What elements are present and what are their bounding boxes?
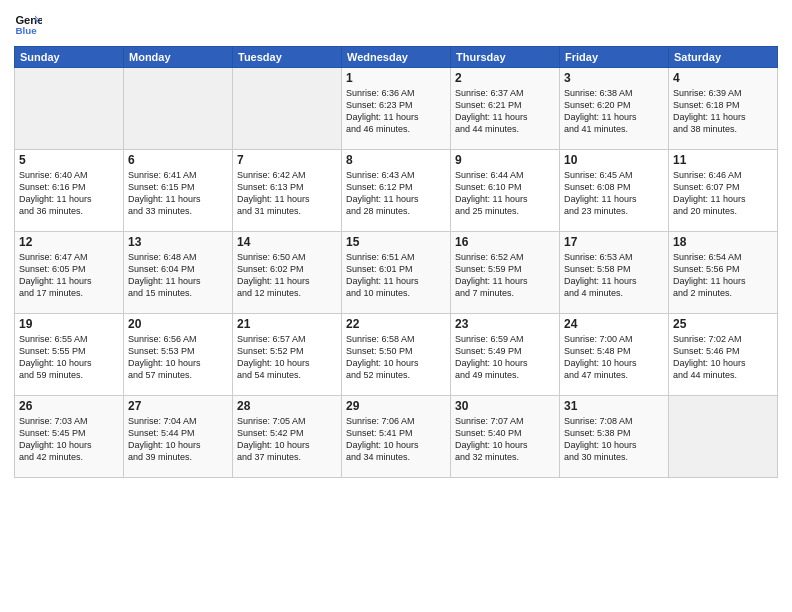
calendar-cell: 2Sunrise: 6:37 AM Sunset: 6:21 PM Daylig… (451, 68, 560, 150)
calendar-cell: 6Sunrise: 6:41 AM Sunset: 6:15 PM Daylig… (124, 150, 233, 232)
day-number: 31 (564, 399, 664, 413)
cell-info: Sunrise: 6:38 AM Sunset: 6:20 PM Dayligh… (564, 87, 664, 136)
day-number: 22 (346, 317, 446, 331)
day-number: 2 (455, 71, 555, 85)
cell-info: Sunrise: 7:05 AM Sunset: 5:42 PM Dayligh… (237, 415, 337, 464)
cell-info: Sunrise: 6:45 AM Sunset: 6:08 PM Dayligh… (564, 169, 664, 218)
day-number: 1 (346, 71, 446, 85)
cell-info: Sunrise: 6:46 AM Sunset: 6:07 PM Dayligh… (673, 169, 773, 218)
calendar-cell: 10Sunrise: 6:45 AM Sunset: 6:08 PM Dayli… (560, 150, 669, 232)
header-day-saturday: Saturday (669, 47, 778, 68)
calendar-cell: 5Sunrise: 6:40 AM Sunset: 6:16 PM Daylig… (15, 150, 124, 232)
calendar-cell: 17Sunrise: 6:53 AM Sunset: 5:58 PM Dayli… (560, 232, 669, 314)
cell-info: Sunrise: 6:53 AM Sunset: 5:58 PM Dayligh… (564, 251, 664, 300)
day-number: 18 (673, 235, 773, 249)
header-row: SundayMondayTuesdayWednesdayThursdayFrid… (15, 47, 778, 68)
cell-info: Sunrise: 6:48 AM Sunset: 6:04 PM Dayligh… (128, 251, 228, 300)
day-number: 11 (673, 153, 773, 167)
cell-info: Sunrise: 6:59 AM Sunset: 5:49 PM Dayligh… (455, 333, 555, 382)
cell-info: Sunrise: 6:47 AM Sunset: 6:05 PM Dayligh… (19, 251, 119, 300)
cell-info: Sunrise: 7:08 AM Sunset: 5:38 PM Dayligh… (564, 415, 664, 464)
day-number: 20 (128, 317, 228, 331)
cell-info: Sunrise: 6:36 AM Sunset: 6:23 PM Dayligh… (346, 87, 446, 136)
day-number: 23 (455, 317, 555, 331)
calendar-header: SundayMondayTuesdayWednesdayThursdayFrid… (15, 47, 778, 68)
svg-text:Blue: Blue (15, 25, 37, 36)
day-number: 8 (346, 153, 446, 167)
calendar-cell: 21Sunrise: 6:57 AM Sunset: 5:52 PM Dayli… (233, 314, 342, 396)
cell-info: Sunrise: 6:55 AM Sunset: 5:55 PM Dayligh… (19, 333, 119, 382)
cell-info: Sunrise: 7:07 AM Sunset: 5:40 PM Dayligh… (455, 415, 555, 464)
cell-info: Sunrise: 7:03 AM Sunset: 5:45 PM Dayligh… (19, 415, 119, 464)
header-day-wednesday: Wednesday (342, 47, 451, 68)
cell-info: Sunrise: 6:43 AM Sunset: 6:12 PM Dayligh… (346, 169, 446, 218)
calendar-cell: 23Sunrise: 6:59 AM Sunset: 5:49 PM Dayli… (451, 314, 560, 396)
calendar-cell (124, 68, 233, 150)
calendar-cell: 25Sunrise: 7:02 AM Sunset: 5:46 PM Dayli… (669, 314, 778, 396)
day-number: 21 (237, 317, 337, 331)
calendar-cell: 16Sunrise: 6:52 AM Sunset: 5:59 PM Dayli… (451, 232, 560, 314)
calendar-body: 1Sunrise: 6:36 AM Sunset: 6:23 PM Daylig… (15, 68, 778, 478)
cell-info: Sunrise: 6:42 AM Sunset: 6:13 PM Dayligh… (237, 169, 337, 218)
calendar-cell: 13Sunrise: 6:48 AM Sunset: 6:04 PM Dayli… (124, 232, 233, 314)
calendar-cell: 1Sunrise: 6:36 AM Sunset: 6:23 PM Daylig… (342, 68, 451, 150)
cell-info: Sunrise: 6:57 AM Sunset: 5:52 PM Dayligh… (237, 333, 337, 382)
calendar-cell: 12Sunrise: 6:47 AM Sunset: 6:05 PM Dayli… (15, 232, 124, 314)
calendar-cell: 3Sunrise: 6:38 AM Sunset: 6:20 PM Daylig… (560, 68, 669, 150)
day-number: 27 (128, 399, 228, 413)
cell-info: Sunrise: 6:37 AM Sunset: 6:21 PM Dayligh… (455, 87, 555, 136)
cell-info: Sunrise: 7:02 AM Sunset: 5:46 PM Dayligh… (673, 333, 773, 382)
calendar-cell: 30Sunrise: 7:07 AM Sunset: 5:40 PM Dayli… (451, 396, 560, 478)
cell-info: Sunrise: 6:40 AM Sunset: 6:16 PM Dayligh… (19, 169, 119, 218)
calendar-cell (669, 396, 778, 478)
calendar-cell: 24Sunrise: 7:00 AM Sunset: 5:48 PM Dayli… (560, 314, 669, 396)
day-number: 10 (564, 153, 664, 167)
cell-info: Sunrise: 6:50 AM Sunset: 6:02 PM Dayligh… (237, 251, 337, 300)
calendar-cell: 22Sunrise: 6:58 AM Sunset: 5:50 PM Dayli… (342, 314, 451, 396)
calendar-cell: 9Sunrise: 6:44 AM Sunset: 6:10 PM Daylig… (451, 150, 560, 232)
header-day-tuesday: Tuesday (233, 47, 342, 68)
calendar-cell: 28Sunrise: 7:05 AM Sunset: 5:42 PM Dayli… (233, 396, 342, 478)
day-number: 13 (128, 235, 228, 249)
calendar-cell (15, 68, 124, 150)
header-day-sunday: Sunday (15, 47, 124, 68)
cell-info: Sunrise: 6:54 AM Sunset: 5:56 PM Dayligh… (673, 251, 773, 300)
calendar-cell: 18Sunrise: 6:54 AM Sunset: 5:56 PM Dayli… (669, 232, 778, 314)
calendar-cell: 19Sunrise: 6:55 AM Sunset: 5:55 PM Dayli… (15, 314, 124, 396)
day-number: 30 (455, 399, 555, 413)
day-number: 25 (673, 317, 773, 331)
cell-info: Sunrise: 6:39 AM Sunset: 6:18 PM Dayligh… (673, 87, 773, 136)
cell-info: Sunrise: 6:51 AM Sunset: 6:01 PM Dayligh… (346, 251, 446, 300)
cell-info: Sunrise: 6:56 AM Sunset: 5:53 PM Dayligh… (128, 333, 228, 382)
day-number: 17 (564, 235, 664, 249)
calendar-cell: 27Sunrise: 7:04 AM Sunset: 5:44 PM Dayli… (124, 396, 233, 478)
logo-icon: General Blue (14, 10, 42, 38)
calendar-cell: 31Sunrise: 7:08 AM Sunset: 5:38 PM Dayli… (560, 396, 669, 478)
day-number: 5 (19, 153, 119, 167)
week-row-2: 5Sunrise: 6:40 AM Sunset: 6:16 PM Daylig… (15, 150, 778, 232)
calendar-cell: 4Sunrise: 6:39 AM Sunset: 6:18 PM Daylig… (669, 68, 778, 150)
logo: General Blue (14, 10, 46, 38)
header-day-monday: Monday (124, 47, 233, 68)
day-number: 19 (19, 317, 119, 331)
calendar-table: SundayMondayTuesdayWednesdayThursdayFrid… (14, 46, 778, 478)
header: General Blue (14, 10, 778, 38)
day-number: 16 (455, 235, 555, 249)
cell-info: Sunrise: 7:04 AM Sunset: 5:44 PM Dayligh… (128, 415, 228, 464)
calendar-cell: 15Sunrise: 6:51 AM Sunset: 6:01 PM Dayli… (342, 232, 451, 314)
page: General Blue SundayMondayTuesdayWednesda… (0, 0, 792, 612)
calendar-cell: 14Sunrise: 6:50 AM Sunset: 6:02 PM Dayli… (233, 232, 342, 314)
week-row-3: 12Sunrise: 6:47 AM Sunset: 6:05 PM Dayli… (15, 232, 778, 314)
calendar-cell: 8Sunrise: 6:43 AM Sunset: 6:12 PM Daylig… (342, 150, 451, 232)
week-row-4: 19Sunrise: 6:55 AM Sunset: 5:55 PM Dayli… (15, 314, 778, 396)
cell-info: Sunrise: 7:06 AM Sunset: 5:41 PM Dayligh… (346, 415, 446, 464)
day-number: 9 (455, 153, 555, 167)
day-number: 29 (346, 399, 446, 413)
day-number: 26 (19, 399, 119, 413)
day-number: 15 (346, 235, 446, 249)
calendar-cell: 7Sunrise: 6:42 AM Sunset: 6:13 PM Daylig… (233, 150, 342, 232)
cell-info: Sunrise: 6:58 AM Sunset: 5:50 PM Dayligh… (346, 333, 446, 382)
week-row-1: 1Sunrise: 6:36 AM Sunset: 6:23 PM Daylig… (15, 68, 778, 150)
cell-info: Sunrise: 7:00 AM Sunset: 5:48 PM Dayligh… (564, 333, 664, 382)
week-row-5: 26Sunrise: 7:03 AM Sunset: 5:45 PM Dayli… (15, 396, 778, 478)
